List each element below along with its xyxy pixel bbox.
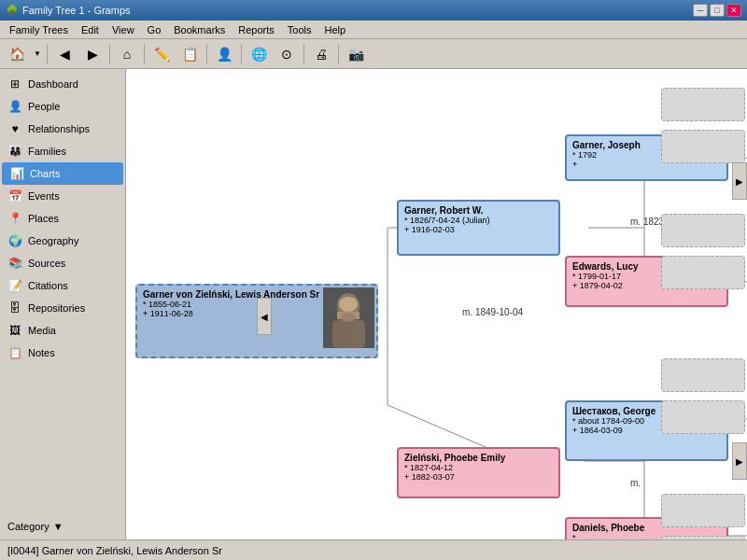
menu-tools[interactable]: Tools: [282, 22, 317, 37]
person-box-mother[interactable]: Zielński, Phoebe Emily * 1827-04-12 + 18…: [397, 447, 560, 498]
svg-point-16: [339, 297, 358, 312]
empty-box-6: [661, 400, 745, 434]
category-button[interactable]: Category ▼: [0, 517, 125, 536]
menubar: Family Trees Edit View Go Bookmarks Repo…: [0, 21, 747, 39]
empty-box-8: [661, 536, 745, 539]
main-layout: ⊞ Dashboard 👤 People ♥ Relationships 👨‍👩…: [0, 69, 747, 539]
menu-bookmarks[interactable]: Bookmarks: [168, 22, 231, 37]
media-icon: 🖼: [7, 323, 22, 338]
sidebar-item-places[interactable]: 📍 Places: [0, 207, 125, 230]
marriage-label-3: m.: [630, 478, 641, 488]
toolbar-sep-5: [241, 44, 242, 64]
notes-icon: 📋: [7, 345, 22, 360]
circle-button[interactable]: ⊙: [274, 42, 300, 66]
svg-point-18: [341, 313, 356, 322]
svg-rect-15: [332, 320, 365, 348]
geography-icon: 🌍: [7, 233, 22, 248]
back-button[interactable]: ◀: [51, 42, 78, 66]
sidebar-item-events[interactable]: 📅 Events: [0, 185, 125, 207]
toolbar-sep-4: [206, 44, 207, 64]
center-person-birth: * 1855-06-21: [143, 300, 320, 309]
menu-go[interactable]: Go: [142, 22, 167, 37]
charts-icon: 📊: [9, 166, 24, 181]
toolbar-sep-7: [338, 44, 339, 64]
edit-button[interactable]: ✏️: [148, 42, 175, 66]
home-dropdown[interactable]: ▼: [32, 42, 43, 66]
dashboard-icon: ⊞: [7, 77, 22, 91]
father-birth: * 1826/7-04-24 (Julian): [404, 216, 553, 225]
relationships-icon: ♥: [7, 121, 22, 136]
titlebar-controls[interactable]: ─ □ ✕: [693, 4, 741, 17]
sidebar-item-sources[interactable]: 📚 Sources: [0, 252, 125, 274]
toolbar-sep-3: [144, 44, 145, 64]
repositories-icon: 🗄: [7, 301, 22, 315]
person-box-father[interactable]: Garner, Robert W. * 1826/7-04-24 (Julian…: [397, 200, 560, 256]
home2-button[interactable]: ⌂: [114, 42, 140, 66]
sidebar-item-repositories[interactable]: 🗄 Repositories: [0, 297, 125, 319]
close-button[interactable]: ✕: [726, 4, 741, 17]
sidebar-item-notes[interactable]: 📋 Notes: [0, 342, 125, 364]
sidebar: ⊞ Dashboard 👤 People ♥ Relationships 👨‍👩…: [0, 69, 126, 539]
toolbar-sep-6: [303, 44, 304, 64]
sidebar-item-relationships[interactable]: ♥ Relationships: [0, 118, 125, 140]
person-button[interactable]: 👤: [211, 42, 237, 66]
empty-box-5: [661, 358, 745, 392]
sources-icon: 📚: [7, 256, 22, 271]
sidebar-item-dashboard[interactable]: ⊞ Dashboard: [0, 73, 125, 95]
home-button[interactable]: 🏠: [4, 42, 30, 66]
sidebar-item-geography[interactable]: 🌍 Geography: [0, 230, 125, 252]
menu-reports[interactable]: Reports: [233, 22, 280, 37]
app-icon: 🌳: [6, 5, 19, 17]
mother-death: + 1882-03-07: [404, 472, 553, 482]
pedigree-chart: ◀ ▶ ▶ Garner von Zielński, Lewis Anderso…: [126, 69, 747, 539]
titlebar-title: Family Tree 1 - Gramps: [22, 5, 131, 16]
places-icon: 📍: [7, 211, 22, 226]
camera-button[interactable]: 📷: [343, 42, 369, 66]
menu-edit[interactable]: Edit: [76, 22, 105, 37]
empty-box-1: [661, 88, 745, 121]
toolbar: 🏠 ▼ ◀ ▶ ⌂ ✏️ 📋 👤 🌐 ⊙ 🖨 📷: [0, 39, 747, 69]
sidebar-item-media[interactable]: 🖼 Media: [0, 319, 125, 342]
titlebar: 🌳 Family Tree 1 - Gramps ─ □ ✕: [0, 0, 747, 21]
minimize-button[interactable]: ─: [693, 4, 708, 17]
menu-help[interactable]: Help: [319, 22, 352, 37]
titlebar-left: 🌳 Family Tree 1 - Gramps: [6, 5, 131, 17]
globe-button[interactable]: 🌐: [246, 42, 272, 66]
print-button[interactable]: 🖨: [308, 42, 334, 66]
sidebar-item-charts[interactable]: 📊 Charts: [2, 162, 123, 185]
marriage-label-1: m. 1849-10-04: [462, 307, 523, 317]
mother-name: Zielński, Phoebe Emily: [404, 453, 553, 463]
category-dropdown-icon: ▼: [53, 521, 63, 532]
sidebar-item-people[interactable]: 👤 People: [0, 95, 125, 118]
empty-box-2: [661, 130, 745, 163]
father-death: + 1916-02-03: [404, 225, 553, 234]
empty-box-7: [661, 494, 745, 527]
maximize-button[interactable]: □: [710, 4, 725, 17]
mother-birth: * 1827-04-12: [404, 463, 553, 472]
menu-view[interactable]: View: [106, 22, 140, 37]
menu-family-trees[interactable]: Family Trees: [4, 22, 74, 37]
events-icon: 📅: [7, 189, 22, 203]
person-photo: [323, 287, 374, 348]
father-name: Garner, Robert W.: [404, 205, 553, 216]
empty-box-4: [661, 256, 745, 289]
center-person-name: Garner von Zielński, Lewis Anderson Sr: [143, 289, 320, 300]
scroll-right-bottom-button[interactable]: ▶: [732, 442, 747, 480]
people-icon: 👤: [7, 99, 22, 114]
status-text: [I0044] Garner von Zielński, Lewis Ander…: [7, 545, 222, 556]
families-icon: 👨‍👩‍👧: [7, 144, 22, 159]
sidebar-item-families[interactable]: 👨‍👩‍👧 Families: [0, 140, 125, 162]
scroll-left-button[interactable]: ◀: [257, 298, 272, 335]
toolbar-sep-2: [109, 44, 110, 64]
forward-button[interactable]: ▶: [79, 42, 106, 66]
toolbar-sep-1: [47, 44, 48, 64]
sidebar-item-citations[interactable]: 📝 Citations: [0, 274, 125, 297]
statusbar: [I0044] Garner von Zielński, Lewis Ander…: [0, 539, 747, 560]
citations-icon: 📝: [7, 278, 22, 293]
center-person-death: + 1911-06-28: [143, 309, 320, 318]
empty-box-3: [661, 214, 745, 247]
edit2-button[interactable]: 📋: [176, 42, 203, 66]
scroll-right-top-button[interactable]: ▶: [732, 162, 747, 200]
